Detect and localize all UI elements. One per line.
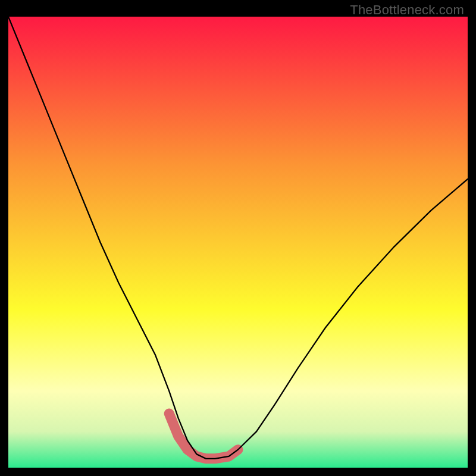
- plot-area: [8, 17, 468, 468]
- image-frame: TheBottleneck.com: [0, 0, 476, 476]
- chart-svg: [8, 17, 468, 468]
- watermark-text: TheBottleneck.com: [350, 2, 464, 18]
